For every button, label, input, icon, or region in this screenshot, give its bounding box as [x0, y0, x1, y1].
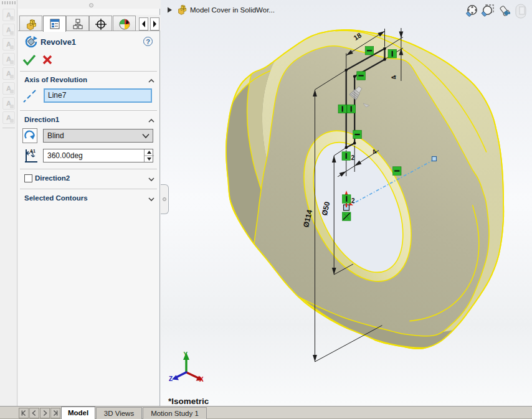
svg-text:A1: A1: [30, 149, 36, 153]
svg-text:Y: Y: [184, 351, 188, 358]
svg-text:X: X: [199, 376, 204, 383]
svg-text:2: 2: [351, 154, 355, 161]
svg-text:Z: Z: [169, 375, 173, 382]
svg-text:2: 2: [351, 197, 355, 204]
svg-text:*Isometric: *Isometric: [168, 397, 209, 406]
